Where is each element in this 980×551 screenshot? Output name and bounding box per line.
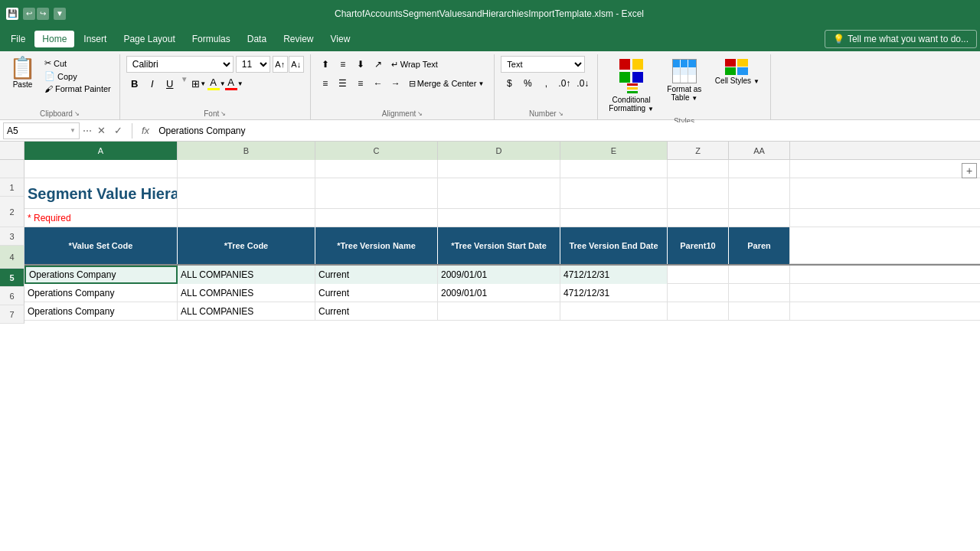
- align-left-button[interactable]: ≡: [317, 75, 334, 92]
- col-header-aa[interactable]: AA: [729, 142, 790, 160]
- align-right-button[interactable]: ≡: [352, 75, 369, 92]
- font-color-button[interactable]: A ▼: [226, 75, 243, 92]
- cell-aa1[interactable]: [729, 160, 790, 178]
- cell-c2[interactable]: [315, 178, 438, 209]
- cell-a7[interactable]: Operations Company: [24, 302, 178, 321]
- cell-a1[interactable]: [24, 160, 178, 178]
- cell-e5[interactable]: 4712/12/31: [560, 266, 668, 284]
- col-header-b[interactable]: B: [178, 142, 315, 160]
- cell-a3[interactable]: * Required: [24, 209, 178, 227]
- cell-aa3[interactable]: [729, 209, 790, 227]
- cell-z7[interactable]: [668, 302, 729, 321]
- redo-icon[interactable]: ↪: [37, 8, 49, 20]
- cell-d4-header[interactable]: *Tree Version Start Date: [438, 227, 560, 264]
- cell-a4-header[interactable]: *Value Set Code: [24, 227, 178, 264]
- cell-aa2[interactable]: [729, 178, 790, 209]
- number-format-select[interactable]: Text General Number Currency Date: [501, 56, 585, 73]
- tell-me-box[interactable]: 💡 Tell me what you want to do...: [825, 30, 977, 48]
- menu-review[interactable]: Review: [276, 31, 321, 47]
- percent-button[interactable]: %: [519, 75, 536, 92]
- cell-a6[interactable]: Operations Company: [24, 284, 178, 302]
- bold-button[interactable]: B: [126, 75, 143, 92]
- cell-d6[interactable]: 2009/01/01: [438, 284, 560, 302]
- menu-insert[interactable]: Insert: [76, 31, 114, 47]
- cell-z1[interactable]: [668, 160, 729, 178]
- cell-b2[interactable]: [178, 178, 315, 209]
- underline-button[interactable]: U: [162, 75, 178, 92]
- comma-button[interactable]: ,: [537, 75, 554, 92]
- cell-b3[interactable]: [178, 209, 315, 227]
- fill-color-button[interactable]: A ▼: [208, 75, 225, 92]
- cell-z3[interactable]: [668, 209, 729, 227]
- cell-b4-header[interactable]: *Tree Code: [178, 227, 315, 264]
- increase-font-size-button[interactable]: A↑: [273, 56, 288, 73]
- format-painter-button[interactable]: 🖌 Format Painter: [42, 83, 113, 94]
- decrease-decimal-button[interactable]: .0↓: [574, 75, 591, 92]
- cell-b1[interactable]: [178, 160, 315, 178]
- cell-d7[interactable]: [438, 302, 560, 321]
- cut-button[interactable]: ✂ Cut: [42, 57, 113, 69]
- decrease-font-size-button[interactable]: A↓: [289, 56, 304, 73]
- formula-input[interactable]: [155, 122, 977, 139]
- merge-dropdown-icon[interactable]: ▼: [478, 80, 484, 87]
- cell-z2[interactable]: [668, 178, 729, 209]
- align-top-button[interactable]: ⬆: [317, 56, 334, 73]
- conditional-formatting-button[interactable]: ConditionalFormatting ▼: [604, 56, 658, 116]
- col-header-d[interactable]: D: [438, 142, 560, 160]
- cell-c1[interactable]: [315, 160, 438, 178]
- cell-e6[interactable]: 4712/12/31: [560, 284, 668, 302]
- merge-center-button[interactable]: ⊟ Merge & Center ▼: [405, 75, 488, 92]
- col-header-e[interactable]: E: [560, 142, 668, 160]
- cell-reference-box[interactable]: A5 ▼: [3, 122, 80, 139]
- cell-c6[interactable]: Current: [315, 284, 438, 302]
- menu-home[interactable]: Home: [34, 31, 74, 47]
- align-bottom-button[interactable]: ⬇: [352, 56, 369, 73]
- cell-aa7[interactable]: [729, 302, 790, 321]
- font-size-select[interactable]: 11 10 12: [236, 56, 270, 73]
- cell-d5[interactable]: 2009/01/01: [438, 266, 560, 284]
- increase-decimal-button[interactable]: .0↑: [556, 75, 573, 92]
- cell-z5[interactable]: [668, 266, 729, 284]
- decrease-indent-button[interactable]: ←: [370, 75, 387, 92]
- wrap-text-button[interactable]: ↵ Wrap Text: [387, 56, 442, 73]
- col-header-z[interactable]: Z: [668, 142, 729, 160]
- alignment-expand-icon[interactable]: ↘: [417, 110, 423, 117]
- cell-e4-header[interactable]: Tree Version End Date: [560, 227, 668, 264]
- menu-formulas[interactable]: Formulas: [185, 31, 238, 47]
- add-sheet-button[interactable]: +: [962, 163, 977, 178]
- align-middle-button[interactable]: ≡: [335, 56, 351, 73]
- cell-c4-header[interactable]: *Tree Version Name: [315, 227, 438, 264]
- cell-d3[interactable]: [438, 209, 560, 227]
- cell-c5[interactable]: Current: [315, 266, 438, 284]
- cell-c3[interactable]: [315, 209, 438, 227]
- formula-confirm-button[interactable]: ✓: [110, 123, 126, 139]
- font-name-select[interactable]: Calibri: [126, 56, 234, 73]
- cell-styles-button[interactable]: Cell Styles ▼: [710, 56, 764, 88]
- cell-e2[interactable]: [560, 178, 668, 209]
- customize-icon[interactable]: ▼: [54, 8, 66, 20]
- cell-b7[interactable]: ALL COMPANIES: [178, 302, 315, 321]
- save-icon[interactable]: 💾: [6, 8, 18, 20]
- copy-button[interactable]: 📄 Copy: [42, 70, 113, 82]
- cell-aa5[interactable]: [729, 266, 790, 284]
- increase-indent-button[interactable]: →: [387, 75, 404, 92]
- cell-z4-header[interactable]: Parent10: [668, 227, 729, 264]
- border-button[interactable]: ⊞▼: [191, 75, 207, 92]
- cell-e7[interactable]: [560, 302, 668, 321]
- format-as-table-button[interactable]: Format asTable ▼: [662, 56, 707, 105]
- text-angle-button[interactable]: ↗: [370, 56, 387, 73]
- menu-page-layout[interactable]: Page Layout: [116, 31, 182, 47]
- accounting-format-button[interactable]: $: [501, 75, 518, 92]
- menu-view[interactable]: View: [323, 31, 358, 47]
- function-icon[interactable]: fx: [139, 125, 152, 136]
- cell-c7[interactable]: Current: [315, 302, 438, 321]
- cell-z6[interactable]: [668, 284, 729, 302]
- formula-cancel-button[interactable]: ✕: [93, 123, 109, 139]
- number-expand-icon[interactable]: ↘: [558, 110, 564, 117]
- align-center-button[interactable]: ☰: [335, 75, 351, 92]
- paste-button[interactable]: 📋 Paste: [6, 56, 39, 90]
- undo-icon[interactable]: ↩: [23, 8, 35, 20]
- col-header-c[interactable]: C: [315, 142, 438, 160]
- cell-d2[interactable]: [438, 178, 560, 209]
- formula-bar-more-icon[interactable]: ⋯: [83, 126, 92, 136]
